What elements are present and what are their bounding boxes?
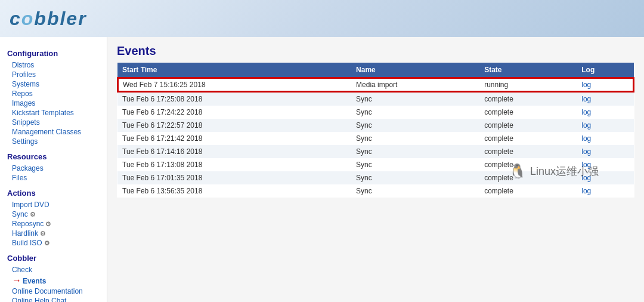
cell-log[interactable]: log bbox=[577, 78, 634, 92]
cell-state: complete bbox=[479, 184, 577, 198]
sidebar-section-title-actions: Actions bbox=[7, 189, 100, 198]
col-start-time: Start Time bbox=[117, 63, 351, 78]
table-row: Tue Feb 6 17:21:42 2018Synccompletelog bbox=[117, 132, 634, 145]
cell-start-time: Tue Feb 6 17:01:35 2018 bbox=[117, 171, 351, 184]
sidebar-item-systems[interactable]: Systems bbox=[7, 79, 100, 89]
cell-name: Sync bbox=[351, 92, 479, 106]
sidebar-section-title-resources: Resources bbox=[7, 152, 100, 161]
sidebar-item-import-dvd[interactable]: Import DVD bbox=[7, 200, 100, 209]
sidebar-item-label: Repos bbox=[12, 90, 33, 98]
cell-name: Sync bbox=[351, 158, 479, 171]
sidebar-section-title-cobbler: Cobbler bbox=[7, 254, 100, 263]
cell-state: complete bbox=[479, 92, 577, 106]
col-name: Name bbox=[351, 63, 479, 78]
sidebar-item-label: Online Help Chat bbox=[12, 297, 66, 302]
log-link[interactable]: log bbox=[581, 121, 591, 130]
sidebar-item-reposync[interactable]: Reposync ⚙ bbox=[7, 219, 100, 229]
cell-name: Sync bbox=[351, 184, 479, 198]
sidebar-item-label: Management Classes bbox=[12, 128, 81, 136]
cell-state: running bbox=[479, 78, 577, 92]
sidebar-item-label: Images bbox=[12, 99, 35, 107]
watermark-icon: 🐧 bbox=[509, 163, 527, 180]
sidebar-item-online-chat[interactable]: Online Help Chat bbox=[7, 296, 100, 302]
sidebar-item-label: Events bbox=[23, 277, 46, 285]
sidebar-item-label: Systems bbox=[12, 80, 39, 88]
table-header-row: Start Time Name State Log bbox=[117, 63, 634, 78]
sidebar-item-snippets[interactable]: Snippets bbox=[7, 118, 100, 127]
sidebar-item-kickstart-templates[interactable]: Kickstart Templates bbox=[7, 108, 100, 118]
sidebar-item-label: Distros bbox=[12, 61, 34, 69]
sidebar-item-label: Settings bbox=[12, 137, 38, 146]
sidebar-item-label: Kickstart Templates bbox=[12, 109, 74, 117]
sidebar-item-images[interactable]: Images bbox=[7, 98, 100, 108]
table-row: Tue Feb 6 17:22:57 2018Synccompletelog bbox=[117, 119, 634, 132]
log-link[interactable]: log bbox=[581, 134, 591, 143]
cell-start-time: Tue Feb 6 17:13:08 2018 bbox=[117, 158, 351, 171]
cell-state: complete bbox=[479, 106, 577, 119]
sidebar-item-packages[interactable]: Packages bbox=[7, 164, 100, 173]
watermark-text: Linux运维小强 bbox=[530, 164, 599, 178]
gear-icon: ⚙ bbox=[28, 211, 36, 218]
page-title: Events bbox=[117, 44, 634, 58]
sidebar-item-settings[interactable]: Settings bbox=[7, 137, 100, 146]
log-link[interactable]: log bbox=[581, 81, 591, 89]
sidebar-item-online-doc[interactable]: Online Documentation bbox=[7, 286, 100, 296]
sidebar-item-files[interactable]: Files bbox=[7, 173, 100, 183]
cell-state: complete bbox=[479, 145, 577, 158]
sidebar-item-label: Reposync bbox=[12, 220, 44, 228]
log-link[interactable]: log bbox=[581, 187, 591, 195]
sidebar-item-profiles[interactable]: Profiles bbox=[7, 70, 100, 79]
sidebar-item-build-iso[interactable]: Build ISO ⚙ bbox=[7, 238, 100, 248]
cell-name: Sync bbox=[351, 171, 479, 184]
content-area: Events Start Time Name State Log Wed Feb… bbox=[107, 37, 644, 302]
gear-icon: ⚙ bbox=[38, 230, 46, 237]
logo: cobbler bbox=[10, 8, 87, 30]
sidebar-item-management-classes[interactable]: Management Classes bbox=[7, 127, 100, 137]
sidebar-item-label: Snippets bbox=[12, 118, 40, 127]
cell-log[interactable]: log bbox=[577, 132, 634, 145]
table-row: Tue Feb 6 13:56:35 2018Synccompletelog bbox=[117, 184, 634, 198]
cell-log[interactable]: log bbox=[577, 92, 634, 106]
sidebar-item-distros[interactable]: Distros bbox=[7, 60, 100, 70]
sidebar-item-events[interactable]: →Events bbox=[7, 275, 100, 286]
cell-name: Sync bbox=[351, 106, 479, 119]
table-row: Tue Feb 6 17:14:16 2018Synccompletelog bbox=[117, 145, 634, 158]
sidebar: ConfigurationDistrosProfilesSystemsRepos… bbox=[0, 37, 107, 302]
sidebar-item-label: Build ISO bbox=[12, 239, 42, 247]
cell-state: complete bbox=[479, 119, 577, 132]
sidebar-item-repos[interactable]: Repos bbox=[7, 89, 100, 98]
cell-name: Media import bbox=[351, 78, 479, 92]
log-link[interactable]: log bbox=[581, 95, 591, 103]
cell-log[interactable]: log bbox=[577, 184, 634, 198]
content-wrapper: Events Start Time Name State Log Wed Feb… bbox=[117, 44, 634, 198]
sidebar-item-check[interactable]: Check bbox=[7, 265, 100, 275]
col-state: State bbox=[479, 63, 577, 78]
log-link[interactable]: log bbox=[581, 147, 591, 156]
sidebar-section-title-configuration: Configuration bbox=[7, 49, 100, 58]
sidebar-item-sync[interactable]: Sync ⚙ bbox=[7, 209, 100, 219]
watermark: 🐧 Linux运维小强 bbox=[509, 163, 599, 180]
cell-name: Sync bbox=[351, 119, 479, 132]
table-row: Tue Feb 6 17:25:08 2018Synccompletelog bbox=[117, 92, 634, 106]
table-row: Wed Feb 7 15:16:25 2018Media importrunni… bbox=[117, 78, 634, 92]
sidebar-item-label: Sync bbox=[12, 210, 28, 218]
log-link[interactable]: log bbox=[581, 108, 591, 116]
sidebar-item-hardlink[interactable]: Hardlink ⚙ bbox=[7, 229, 100, 238]
sidebar-item-label: Hardlink bbox=[12, 229, 38, 238]
cell-start-time: Tue Feb 6 17:21:42 2018 bbox=[117, 132, 351, 145]
sidebar-item-label: Online Documentation bbox=[12, 287, 83, 295]
cell-state: complete bbox=[479, 132, 577, 145]
cell-log[interactable]: log bbox=[577, 106, 634, 119]
header: cobbler bbox=[0, 0, 644, 37]
cell-name: Sync bbox=[351, 132, 479, 145]
cell-log[interactable]: log bbox=[577, 119, 634, 132]
sidebar-item-label: Packages bbox=[12, 164, 44, 172]
cell-start-time: Tue Feb 6 13:56:35 2018 bbox=[117, 184, 351, 198]
sidebar-item-label: Import DVD bbox=[12, 201, 49, 209]
cell-log[interactable]: log bbox=[577, 145, 634, 158]
gear-icon: ⚙ bbox=[42, 239, 50, 246]
cell-start-time: Wed Feb 7 15:16:25 2018 bbox=[117, 78, 351, 92]
cell-start-time: Tue Feb 6 17:22:57 2018 bbox=[117, 119, 351, 132]
sidebar-item-label: Files bbox=[12, 174, 27, 182]
col-log: Log bbox=[577, 63, 634, 78]
